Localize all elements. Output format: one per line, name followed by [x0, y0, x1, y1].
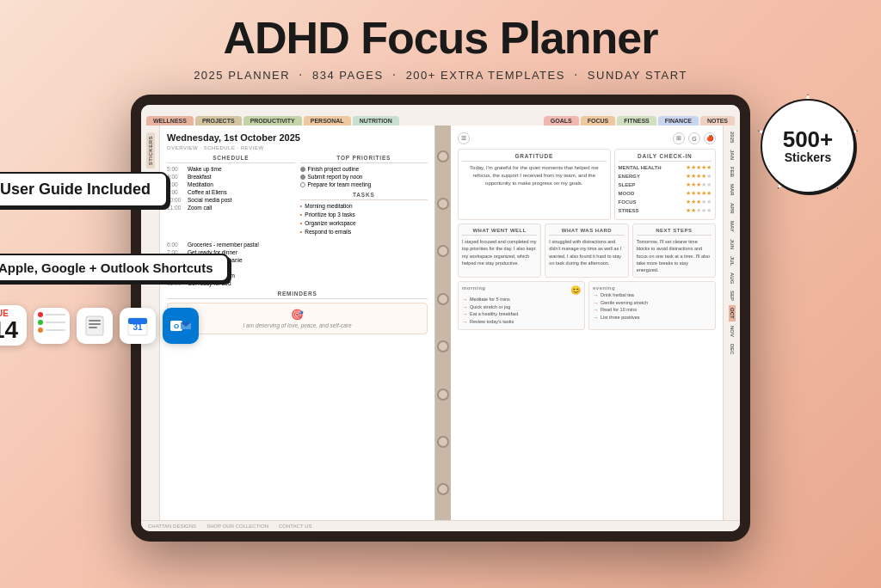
gratitude-checkin-row: GRATITUDE Today, I'm grateful for the qu… [458, 149, 716, 220]
tablet-screen: WELLNESS PROJECTS PRODUCTIVITY PERSONAL … [141, 105, 740, 531]
ring-8 [437, 483, 449, 495]
outlook-app-icon: O [163, 308, 199, 344]
month-oct[interactable]: OCT [729, 305, 736, 322]
went-well-header: WHAT WENT WELL [462, 228, 537, 236]
sidebar-stickers[interactable]: STICKERS [146, 132, 155, 168]
month-dec[interactable]: DEC [729, 341, 736, 358]
month-aug[interactable]: AUG [729, 270, 736, 286]
reminders-box: 🎯 I am deserving of love, peace, and sel… [167, 303, 428, 334]
ring-1 [437, 150, 449, 162]
schedule-section: SCHEDULE 5:00Wake up time 6:00Breakfast … [167, 155, 295, 237]
svg-rect-3 [89, 327, 97, 328]
check-icon-1 [300, 167, 305, 172]
schedule-item-1: 5:00Wake up time [167, 166, 295, 172]
tab-personal[interactable]: PERSONAL [304, 116, 351, 126]
month-apr[interactable]: APR [729, 200, 736, 217]
subtitle-part-1: 2025 PLANNER [194, 69, 290, 82]
task-4: •Respond to emails [300, 229, 428, 236]
schedule-item-2: 6:00Breakfast [167, 174, 295, 180]
footer-brand: CHATTAN DESIGNS [148, 524, 196, 529]
dot-3: · [574, 67, 579, 83]
tab-projects[interactable]: PROJECTS [195, 116, 242, 126]
sticker-label: Stickers [785, 150, 831, 164]
svg-text:O: O [174, 322, 179, 330]
tablet-outer: WELLNESS PROJECTS PRODUCTIVITY PERSONAL … [131, 95, 750, 542]
task-1: •Morning meditation [300, 203, 428, 210]
svg-rect-2 [89, 323, 101, 325]
schedule-header: SCHEDULE [167, 155, 295, 163]
footer-contact[interactable]: CONTACT US [279, 524, 311, 529]
tasks-header: TASKS [300, 192, 428, 200]
month-feb[interactable]: FEB [729, 164, 736, 180]
year-tab[interactable]: 2025 [729, 129, 736, 145]
morning-note-2: →Quick stretch or jog [462, 304, 581, 310]
morning-note-4: →Review today's tasks [462, 319, 581, 325]
what-went-well: WHAT WENT WELL I stayed focused and comp… [458, 224, 541, 278]
tablet-container: WELLNESS PROJECTS PRODUCTIVITY PERSONAL … [131, 95, 750, 542]
calendar-num: 14 [0, 318, 18, 342]
tab-wellness[interactable]: WELLNESS [146, 116, 194, 126]
check-icon-2 [300, 175, 305, 180]
gratitude-box: GRATITUDE Today, I'm grateful for the qu… [458, 149, 611, 220]
month-sep[interactable]: SEP [729, 288, 736, 303]
planner-date: Wednesday, 1st October 2025 [167, 132, 428, 143]
subtitle-part-4: SUNDAY START [588, 69, 687, 82]
schedule-item-6: 11:00Zoom call [167, 205, 295, 211]
subtitle-row: 2025 PLANNER · 834 PAGES · 200+ EXTRA TE… [0, 67, 881, 83]
menu-icon[interactable]: ☰ [458, 132, 470, 144]
task-3: •Organize workspace [300, 220, 428, 227]
footer-shop[interactable]: SHOP OUR COLLECTION [206, 524, 268, 529]
tasks-section: TASKS •Morning meditation •Prioritize to… [300, 192, 428, 236]
schedule-item-3: 7:00Meditation [167, 181, 295, 187]
tab-finance[interactable]: FINANCE [658, 116, 699, 126]
checkin-header: DAILY CHECK-IN [619, 153, 712, 162]
evening-note-2: →Gentle evening stretch [593, 300, 712, 306]
main-content: STICKERS COVERS Wednesday, 1st October 2… [141, 126, 740, 520]
tab-productivity[interactable]: PRODUCTIVITY [243, 116, 302, 126]
next-steps-text: Tomorrow, I'll set clearer time blocks t… [637, 238, 712, 273]
gratitude-header: GRATITUDE [462, 153, 607, 162]
tab-fitness[interactable]: FITNESS [617, 116, 656, 126]
checkin-energy: ENERGY ★★★★★ [619, 173, 712, 180]
month-jul[interactable]: JUL [729, 254, 736, 268]
reminder-affirmation: I am deserving of love, peace, and self-… [173, 322, 422, 328]
pages-app-icon [77, 308, 113, 344]
reflection-section: WHAT WENT WELL I stayed focused and comp… [458, 224, 716, 278]
tab-focus[interactable]: FOCUS [581, 116, 616, 126]
checkin-stress: STRESS ★★★★★ [619, 207, 712, 214]
evening-header: evening [593, 285, 712, 291]
ring-3 [437, 245, 449, 257]
subtitle-part-3: 200+ EXTRA TEMPLATES [406, 69, 565, 82]
hamburger-area: ☰ [458, 132, 470, 144]
morning-header: morning [462, 285, 486, 293]
check-icon-3 [300, 182, 305, 187]
month-nov[interactable]: NOV [729, 323, 736, 340]
priorities-section: TOP PRIORITIES Finish project outline Su… [300, 155, 428, 237]
task-2: •Prioritize top 3 tasks [300, 211, 428, 218]
tab-notes[interactable]: NOTES [700, 116, 735, 126]
planner-right-page: ☰ ⊞ G 🍎 GRATITUDE Today, I'm grateful fo… [451, 126, 723, 520]
google-calendar-icon: 31 [120, 308, 156, 344]
apple-shortcuts-badge: Apple, Google + Outlook Shortcuts [0, 254, 229, 282]
month-mar[interactable]: MAR [729, 181, 736, 199]
planner-breadcrumb: OVERVIEW · SCHEDULE · REVIEW [167, 145, 428, 150]
dot-1: · [299, 67, 304, 83]
month-may[interactable]: MAY [729, 218, 736, 235]
schedule-item-5: 10:00Social media post [167, 197, 295, 203]
checkin-mood: MOOD ★★★★★ [619, 190, 712, 197]
tab-goals[interactable]: GOALS [544, 116, 579, 126]
footer-bar: CHATTAN DESIGNS SHOP OUR COLLECTION CONT… [141, 520, 740, 531]
tab-nutrition[interactable]: NUTRITION [353, 116, 399, 126]
month-jun[interactable]: JUN [729, 236, 736, 252]
priority-item-1: Finish project outline [300, 166, 428, 172]
apple-icon[interactable]: 🍎 [704, 132, 716, 144]
grid-icon[interactable]: ⊞ [673, 132, 685, 144]
checkin-sleep: SLEEP ★★★★★ [619, 181, 712, 188]
month-jan[interactable]: JAN [729, 147, 736, 162]
google-icon[interactable]: G [688, 132, 700, 144]
evening-note-4: →List three positives [593, 315, 712, 321]
page-title: ADHD Focus Planner [0, 0, 881, 60]
eve-1: 6:00Groceries - remember pasta! [167, 242, 428, 248]
went-well-text: I stayed focused and completed my top pr… [462, 238, 537, 266]
top-icon-row: ☰ ⊞ G 🍎 [458, 132, 716, 144]
